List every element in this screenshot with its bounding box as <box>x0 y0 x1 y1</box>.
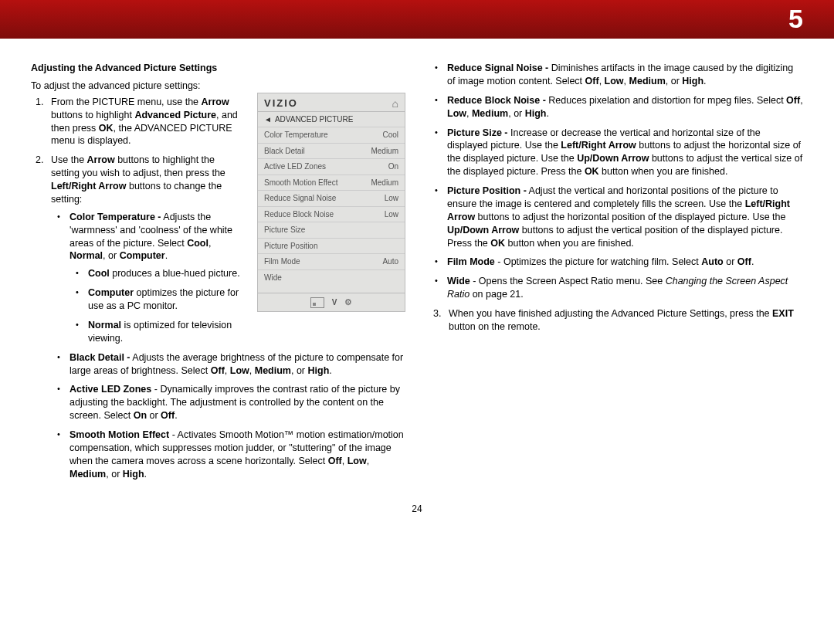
right-column: Reduce Signal Noise - Diminishes artifac… <box>429 62 803 487</box>
left-column: Adjusting the Advanced Picture Settings … <box>31 62 405 487</box>
item-wide: Wide - Opens the Screen Aspect Ratio men… <box>439 275 803 301</box>
item-computer: Computer optimizes the picture for use a… <box>80 286 405 313</box>
menu-row: Reduce Signal NoiseLow <box>258 190 405 206</box>
item-active-led: Active LED Zones - Dynamically improves … <box>62 383 405 422</box>
menu-row: Smooth Motion EffectMedium <box>258 175 405 191</box>
item-smooth-motion: Smooth Motion Effect - Activates Smooth … <box>62 429 405 481</box>
item-cool: Cool produces a blue-hued picture. <box>80 267 405 280</box>
menu-brand: VIZIO <box>264 97 298 110</box>
item-signal-noise: Reduce Signal Noise - Diminishes artifac… <box>439 62 803 88</box>
item-black-detail: Black Detail - Adjusts the average brigh… <box>62 351 405 378</box>
menu-row: Active LED ZonesOn <box>258 158 405 175</box>
item-picture-position: Picture Position - Adjust the vertical a… <box>439 185 803 249</box>
section-heading: Adjusting the Advanced Picture Settings <box>31 62 405 75</box>
menu-row: Color TemperatureCool <box>258 127 405 143</box>
item-block-noise: Reduce Block Noise - Reduces pixelation … <box>439 94 803 120</box>
item-normal: Normal is optimized for television viewi… <box>80 319 405 345</box>
chapter-number: 5 <box>788 2 803 37</box>
menu-row: Black DetailMedium <box>258 143 405 159</box>
page-body: Adjusting the Advanced Picture Settings … <box>0 39 834 644</box>
back-arrow-icon: ◄ <box>264 115 272 124</box>
item-film-mode: Film Mode - Optimizes the picture for wa… <box>439 256 803 269</box>
page-number: 24 <box>31 503 803 515</box>
chapter-header: 5 <box>0 0 834 39</box>
menu-title: ADVANCED PICTURE <box>275 115 354 124</box>
item-picture-size: Picture Size - Increase or decrease the … <box>439 127 803 179</box>
item-color-temperature: Color Temperature - Adjusts the 'warmnes… <box>62 211 405 345</box>
intro-text: To adjust the advanced picture settings: <box>31 80 405 93</box>
home-icon <box>392 97 398 111</box>
step-3: When you have finished adjusting the Adv… <box>444 307 803 334</box>
